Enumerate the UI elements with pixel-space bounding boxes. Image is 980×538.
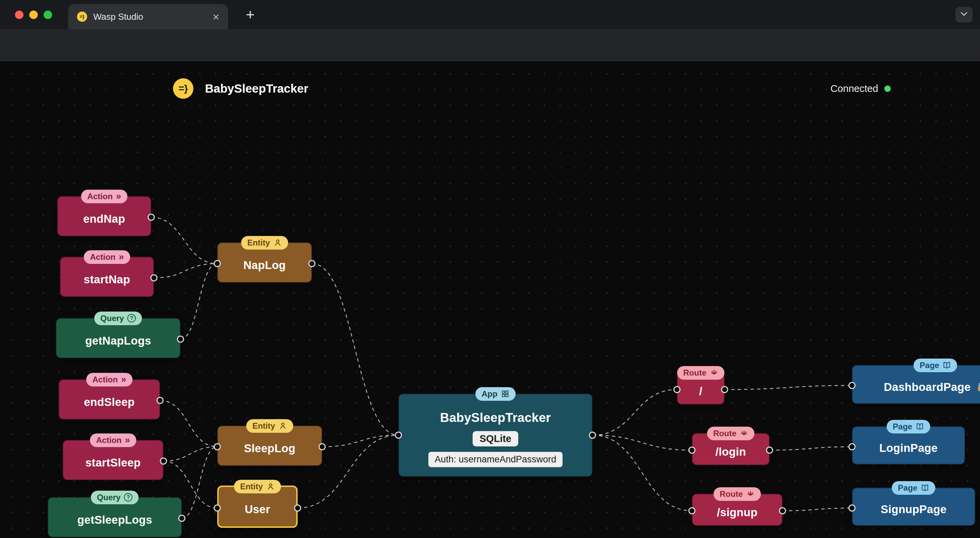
page-pill: Page [887,420,930,433]
node-SleepLog[interactable]: Entity SleepLog [217,426,322,466]
chevrons-icon: » [121,375,126,384]
route-icon [746,490,755,498]
book-icon [943,361,951,369]
person-icon [278,422,287,430]
entity-pill: Entity [241,236,288,250]
chevrons-icon: » [116,192,121,201]
edge [164,447,217,461]
route-pill: Route [714,487,761,501]
node-startSleep[interactable]: Action» startSleep [63,440,164,480]
edge [592,390,677,435]
route-pill: Route [677,366,725,380]
node-route-signup[interactable]: Route /signup [692,494,783,526]
maximize-window-button[interactable] [44,11,52,19]
route-pill: Route [707,427,754,440]
chevrons-icon: » [119,252,124,261]
edge [322,435,398,447]
node-route-login[interactable]: Route /login [692,433,770,465]
edge [182,447,217,518]
node-endNap[interactable]: Action» endNap [57,196,151,236]
edge [592,435,692,450]
edge [180,264,217,339]
auth-badge: Auth: usernameAndPassword [428,452,562,467]
wasp-studio-canvas[interactable]: =} BabySleepTracker Connected [0,61,980,538]
tab-title: Wasp Studio [93,11,143,22]
node-DashboardPage[interactable]: Page DashboardPage [852,365,980,404]
action-pill: Action» [86,373,132,387]
book-icon [921,484,929,492]
node-App-BabySleepTracker[interactable]: App BabySleepTracker SQLite Auth: userna… [398,394,592,477]
query-icon: ? [124,493,132,501]
node-endSleep[interactable]: Action» endSleep [59,379,160,420]
book-icon [916,422,924,431]
tab-search-button[interactable] [956,7,972,22]
chevrons-icon: » [125,436,130,445]
edge [770,447,852,450]
entity-pill: Entity [246,419,293,433]
minimize-window-button[interactable] [29,11,38,19]
node-LoginPage[interactable]: Page LoginPage [852,426,965,465]
browser-tab[interactable]: =} Wasp Studio × [68,4,228,29]
lock-icon [975,381,980,393]
edge [783,508,852,511]
node-route-root[interactable]: Route / [677,372,725,404]
wasp-logo-icon: =} [173,78,193,99]
query-icon: ? [127,314,136,323]
query-pill: Query? [94,312,142,325]
page-pill: Page [892,481,935,495]
node-NapLog[interactable]: Entity NapLog [217,242,312,283]
connection-status: Connected [830,78,891,99]
edge [592,435,692,511]
edge [151,217,217,264]
close-window-button[interactable] [15,11,24,19]
person-icon [266,482,275,491]
wasp-favicon-icon: =} [77,11,87,22]
node-getNapLogs[interactable]: Query? getNapLogs [56,318,180,358]
edge [312,264,398,435]
route-icon [740,429,748,438]
connection-status-label: Connected [830,83,878,94]
connected-dot-icon [884,86,891,92]
person-icon [274,238,282,247]
edge [154,264,217,278]
query-pill: Query? [91,491,138,504]
node-startNap[interactable]: Action» startNap [60,257,154,297]
browser-toolbar: localhost:4000 Incognito Relaunch to upd… [0,29,980,61]
node-getSleepLogs[interactable]: Query? getSleepLogs [48,497,182,537]
action-pill: Action» [81,189,127,203]
app-pill: App [476,387,515,401]
tab-close-icon[interactable]: × [213,11,219,22]
page-title: BabySleepTracker [205,78,309,99]
edge [160,400,217,447]
db-badge: SQLite [473,431,518,446]
action-pill: Action» [90,433,136,447]
node-SignupPage[interactable]: Page SignupPage [852,488,975,526]
traffic-lights [15,11,52,19]
action-pill: Action» [84,250,130,264]
node-User[interactable]: Entity User [217,485,298,528]
new-tab-button[interactable]: + [246,6,255,23]
route-icon [710,368,719,377]
grid-icon [501,390,509,398]
chevron-down-icon [959,8,969,21]
page-pill: Page [913,358,957,372]
tab-strip: =} Wasp Studio × + [0,0,980,29]
edge [725,385,852,390]
entity-pill: Entity [234,480,281,493]
